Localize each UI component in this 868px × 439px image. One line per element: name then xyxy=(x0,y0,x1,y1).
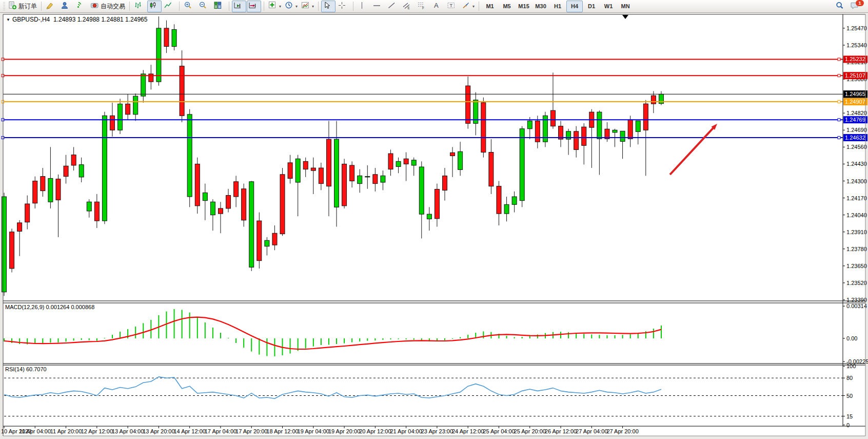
candle[interactable] xyxy=(48,178,53,202)
candle[interactable] xyxy=(342,164,347,205)
candle[interactable] xyxy=(582,127,586,145)
candle[interactable] xyxy=(234,182,239,197)
candle[interactable] xyxy=(64,166,68,176)
templates-button[interactable]: ▾ xyxy=(300,1,315,12)
candle[interactable] xyxy=(613,130,617,132)
candle[interactable] xyxy=(71,155,76,165)
line-drag-handle[interactable] xyxy=(838,137,840,139)
candle[interactable] xyxy=(450,152,455,156)
auto-scroll-button[interactable] xyxy=(232,1,246,12)
timeframe-button-h4[interactable]: H4 xyxy=(566,1,583,12)
candle[interactable] xyxy=(520,129,524,201)
horizontal-line-button[interactable] xyxy=(371,1,385,12)
line-drag-handle[interactable] xyxy=(838,74,840,77)
candle[interactable] xyxy=(280,175,285,234)
candle[interactable] xyxy=(226,195,231,208)
candle[interactable] xyxy=(427,214,431,219)
timeframe-button-d1[interactable]: D1 xyxy=(583,1,600,12)
vertical-line-button[interactable] xyxy=(356,1,370,12)
candle[interactable] xyxy=(442,176,447,190)
candle[interactable] xyxy=(489,152,494,186)
candle[interactable] xyxy=(381,176,385,182)
candle[interactable] xyxy=(187,114,192,197)
candle[interactable] xyxy=(210,202,215,215)
cursor-button[interactable] xyxy=(321,1,336,12)
tile-windows-button[interactable] xyxy=(212,1,226,12)
candle[interactable] xyxy=(87,202,91,211)
candle[interactable] xyxy=(41,177,45,191)
candle[interactable] xyxy=(133,96,138,114)
text-label-button[interactable]: T xyxy=(445,1,460,12)
candle[interactable] xyxy=(574,131,579,150)
candle[interactable] xyxy=(504,204,509,214)
candle[interactable] xyxy=(373,175,378,184)
line-chart-button[interactable] xyxy=(162,1,176,12)
candle[interactable] xyxy=(512,197,517,204)
candle[interactable] xyxy=(172,29,176,46)
styler-button[interactable] xyxy=(44,1,58,12)
candle[interactable] xyxy=(2,197,7,292)
candle[interactable] xyxy=(319,168,323,184)
candle[interactable] xyxy=(527,121,532,129)
notifications-button[interactable]: 1 xyxy=(849,1,863,12)
chart-canvas[interactable]: 1.254701.253401.252101.250801.248201.246… xyxy=(0,0,868,439)
bar-chart-button[interactable] xyxy=(132,1,147,12)
line-drag-handle[interactable] xyxy=(838,119,840,121)
candle[interactable] xyxy=(458,151,463,169)
arrows-button[interactable]: ▾ xyxy=(460,1,476,12)
candle[interactable] xyxy=(10,232,14,269)
timeframe-button-w1[interactable]: W1 xyxy=(600,1,617,12)
candle[interactable] xyxy=(419,167,424,214)
candle[interactable] xyxy=(257,221,262,261)
candle[interactable] xyxy=(94,202,99,221)
candle[interactable] xyxy=(550,110,555,126)
timeframe-button-m1[interactable]: M1 xyxy=(482,1,498,12)
timeframe-button-mn[interactable]: MN xyxy=(617,1,634,12)
candle[interactable] xyxy=(118,104,123,130)
line-drag-handle[interactable] xyxy=(838,101,840,103)
candle[interactable] xyxy=(79,165,84,177)
candle[interactable] xyxy=(110,116,114,130)
candle[interactable] xyxy=(33,181,37,203)
timeframe-button-m15[interactable]: M15 xyxy=(516,1,532,12)
candle[interactable] xyxy=(365,177,370,177)
signals-button[interactable] xyxy=(74,1,88,12)
candle[interactable] xyxy=(404,159,408,164)
candle[interactable] xyxy=(180,66,184,116)
candle[interactable] xyxy=(411,160,416,165)
candle[interactable] xyxy=(203,193,207,200)
crosshair-button[interactable] xyxy=(336,1,350,12)
candle[interactable] xyxy=(396,161,401,166)
indicators-button[interactable]: ▾ xyxy=(267,1,283,12)
timeframe-button-m30[interactable]: M30 xyxy=(532,1,549,12)
line-drag-handle[interactable] xyxy=(838,58,840,61)
candle[interactable] xyxy=(56,179,61,200)
chart-title[interactable]: ▼GBPUSD-,H4 1.24893 1.24988 1.24881 1.24… xyxy=(6,16,147,23)
candle[interactable] xyxy=(25,204,30,222)
new-order-button[interactable]: 新订单 xyxy=(7,1,38,12)
candle[interactable] xyxy=(164,28,169,47)
candle[interactable] xyxy=(149,74,153,82)
search-button[interactable] xyxy=(834,1,848,12)
timeframe-button-h1[interactable]: H1 xyxy=(549,1,566,12)
candle[interactable] xyxy=(350,165,354,181)
candle[interactable] xyxy=(288,163,292,179)
periods-button[interactable]: ▾ xyxy=(283,1,299,12)
candle[interactable] xyxy=(497,186,501,214)
candlestick-chart-button[interactable] xyxy=(147,1,162,12)
candle[interactable] xyxy=(102,116,107,221)
candle[interactable] xyxy=(535,121,540,142)
candle[interactable] xyxy=(597,112,602,139)
candle[interactable] xyxy=(651,96,656,104)
candle[interactable] xyxy=(326,139,331,186)
zoom-in-button[interactable] xyxy=(182,1,196,12)
candle[interactable] xyxy=(17,223,22,232)
candle[interactable] xyxy=(141,74,146,96)
candle[interactable] xyxy=(435,189,439,219)
timeframe-button-m5[interactable]: M5 xyxy=(499,1,515,12)
profile-button[interactable] xyxy=(59,1,73,12)
candle[interactable] xyxy=(388,154,393,169)
chart-shift-button[interactable] xyxy=(247,1,261,12)
candle[interactable] xyxy=(311,168,315,170)
candle[interactable] xyxy=(466,86,470,123)
